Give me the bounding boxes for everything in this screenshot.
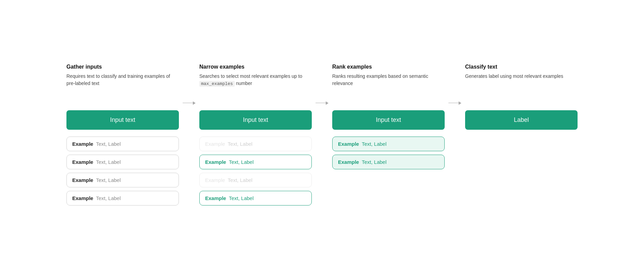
list-item: ExampleText, Label (332, 155, 445, 169)
example-label: Example (205, 177, 225, 183)
example-value: Text, Label (228, 177, 252, 183)
arrow-head (326, 101, 328, 105)
stage-narrow-examples: Narrow examplesSearches to select most r… (199, 64, 312, 206)
list-item: ExampleText, Label (66, 173, 179, 187)
example-label: Example (72, 159, 93, 165)
arrow-container (179, 64, 199, 105)
input-box-gather-inputs: Input text (66, 110, 179, 130)
arrow-icon (316, 101, 328, 105)
arrow-container (312, 64, 332, 105)
label-box-classify-text: Label (465, 110, 578, 130)
list-item: ExampleText, Label (332, 137, 445, 151)
input-box-rank-examples: Input text (332, 110, 445, 130)
stage-title-classify-text: Classify text (465, 64, 578, 70)
arrow-line (316, 103, 326, 103)
stage-title-gather-inputs: Gather inputs (66, 64, 179, 70)
stage-gather-inputs: Gather inputsRequires text to classify a… (66, 64, 179, 206)
stage-rank-examples: Rank examplesRanks resulting examples ba… (332, 64, 445, 169)
example-label: Example (72, 195, 93, 201)
example-value: Text, Label (229, 195, 254, 201)
stage-description-narrow-examples: Searches to select most relevant example… (199, 73, 312, 100)
stage-title-narrow-examples: Narrow examples (199, 64, 312, 70)
example-label: Example (338, 159, 359, 165)
example-value: Text, Label (96, 159, 121, 165)
example-value: Text, Label (228, 141, 252, 147)
example-label: Example (338, 141, 359, 147)
input-box-narrow-examples: Input text (199, 110, 312, 130)
arrow-icon (448, 101, 461, 105)
example-list-rank-examples: ExampleText, LabelExampleText, Label (332, 137, 445, 169)
arrow-container (445, 64, 465, 105)
example-value: Text, Label (96, 141, 121, 147)
stage-description-gather-inputs: Requires text to classify and training e… (66, 73, 179, 100)
arrow-line (448, 103, 459, 103)
diagram: Gather inputsRequires text to classify a… (46, 50, 598, 219)
stage-description-classify-text: Generates label using most relevant exam… (465, 73, 578, 100)
example-label: Example (205, 159, 226, 165)
example-list-narrow-examples: ExampleText, LabelExampleText, LabelExam… (199, 137, 312, 206)
list-item: ExampleText, Label (199, 137, 312, 151)
example-list-gather-inputs: ExampleText, LabelExampleText, LabelExam… (66, 137, 179, 206)
example-value: Text, Label (96, 195, 121, 201)
stage-title-rank-examples: Rank examples (332, 64, 445, 70)
arrow-head (193, 101, 196, 105)
example-label: Example (72, 177, 93, 183)
list-item: ExampleText, Label (199, 155, 312, 169)
arrow-icon (183, 101, 196, 105)
example-value: Text, Label (96, 177, 121, 183)
stage-classify-text: Classify textGenerates label using most … (465, 64, 578, 130)
arrow-line (183, 103, 193, 103)
example-value: Text, Label (229, 159, 254, 165)
arrow-head (459, 101, 461, 105)
stage-description-rank-examples: Ranks resulting examples based on semant… (332, 73, 445, 100)
example-value: Text, Label (362, 159, 387, 165)
list-item: ExampleText, Label (199, 173, 312, 187)
example-label: Example (205, 141, 225, 147)
list-item: ExampleText, Label (66, 191, 179, 206)
example-value: Text, Label (362, 141, 387, 147)
example-label: Example (72, 141, 93, 147)
example-label: Example (205, 195, 226, 201)
list-item: ExampleText, Label (199, 191, 312, 206)
list-item: ExampleText, Label (66, 137, 179, 151)
list-item: ExampleText, Label (66, 155, 179, 169)
